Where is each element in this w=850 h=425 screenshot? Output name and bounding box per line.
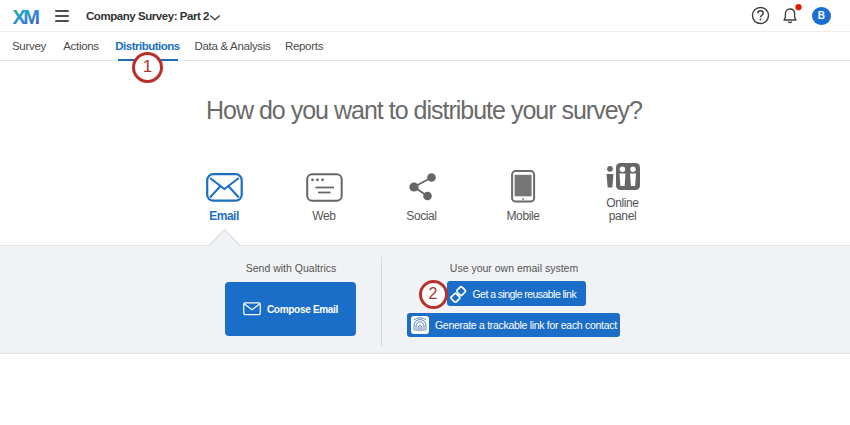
svg-text:XM: XM [13,6,40,28]
